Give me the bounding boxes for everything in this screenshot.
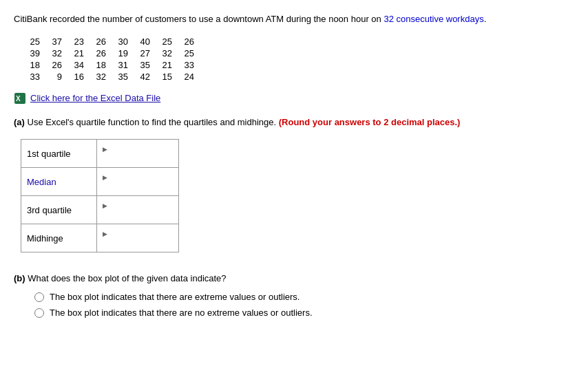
data-cell-r0-c7: 26 (175, 36, 197, 47)
data-cell-r1-c3: 26 (87, 47, 109, 59)
radio-input-1[interactable] (34, 308, 44, 318)
data-cell-r3-c2: 16 (65, 71, 87, 83)
data-cell-r2-c2: 34 (65, 59, 87, 71)
quartile-value-input-1[interactable] (103, 182, 173, 192)
data-cell-r2-c4: 31 (109, 59, 131, 71)
part-a-letter: (a) (14, 117, 25, 127)
table-row: 1st quartile▶ (21, 140, 179, 168)
data-cell-r0-c1: 37 (43, 36, 65, 47)
data-cell-r3-c4: 35 (109, 71, 131, 83)
data-cell-r2-c7: 33 (175, 59, 197, 71)
quartile-value-input-0[interactable] (103, 153, 173, 164)
part-a-label: (a) Use Excel's quartile function to fin… (14, 116, 574, 130)
quartile-input-2[interactable]: ▶ (96, 196, 178, 224)
radio-label-0: The box plot indicates that there are ex… (50, 292, 300, 302)
data-cell-r2-c1: 26 (43, 59, 65, 71)
data-cell-r3-c3: 32 (87, 71, 109, 83)
part-b-text: What does the box plot of the given data… (25, 273, 227, 283)
quartile-label-0: 1st quartile (21, 140, 97, 168)
radio-blue-text-0: extreme values or outliers (195, 292, 297, 302)
data-cell-r3-c6: 15 (153, 71, 175, 83)
data-cell-r2-c3: 18 (87, 59, 109, 71)
data-cell-r1-c5: 27 (131, 47, 153, 59)
intro-text-before: CitiBank recorded the number of customer… (14, 14, 384, 24)
part-b-label: (b) What does the box plot of the given … (14, 273, 574, 283)
data-cell-r1-c4: 19 (109, 47, 131, 59)
part-a-bold-red: (Round your answers to 2 decimal places.… (279, 117, 461, 127)
quartile-label-1: Median (21, 168, 97, 196)
quartile-value-input-2[interactable] (103, 210, 173, 220)
radio-blue-text-1: extreme values or outliers (207, 308, 310, 318)
data-cell-r2-c6: 21 (153, 59, 175, 71)
data-cell-r0-c3: 26 (87, 36, 109, 47)
excel-icon: X (14, 92, 26, 105)
quartile-label-2: 3rd quartile (21, 196, 97, 224)
data-cell-r2-c5: 35 (131, 59, 153, 71)
data-cell-r1-c6: 32 (153, 47, 175, 59)
table-row: Midhinge▶ (21, 224, 179, 252)
quartile-input-1[interactable]: ▶ (96, 168, 178, 196)
data-cell-r2-c0: 18 (21, 59, 43, 71)
radio-option-0[interactable]: The box plot indicates that there are ex… (34, 292, 574, 302)
data-cell-r0-c5: 40 (131, 36, 153, 47)
part-b-letter: (b) (14, 273, 25, 283)
quartile-label-3: Midhinge (21, 224, 97, 252)
quartile-table: 1st quartile▶Median▶3rd quartile▶Midhing… (21, 139, 179, 252)
svg-text:X: X (16, 95, 21, 103)
data-cell-r3-c0: 33 (21, 71, 43, 83)
data-cell-r1-c7: 25 (175, 47, 197, 59)
data-cell-r3-c5: 42 (131, 71, 153, 83)
excel-link[interactable]: X Click here for the Excel Data File (14, 92, 574, 105)
data-cell-r1-c2: 21 (65, 47, 87, 59)
intro-text-after: . (484, 14, 487, 24)
radio-option-1[interactable]: The box plot indicates that there are no… (34, 308, 574, 318)
radio-input-0[interactable] (34, 292, 44, 302)
table-row: 3rd quartile▶ (21, 196, 179, 224)
excel-link-label: Click here for the Excel Data File (30, 93, 160, 103)
quartile-input-3[interactable]: ▶ (96, 224, 178, 252)
data-cell-r0-c6: 25 (153, 36, 175, 47)
data-cell-r3-c7: 24 (175, 71, 197, 83)
intro-highlight: 32 consecutive workdays (384, 14, 483, 24)
data-cell-r0-c4: 30 (109, 36, 131, 47)
data-cell-r3-c1: 9 (43, 71, 65, 83)
quartile-value-input-3[interactable] (103, 238, 173, 248)
radio-label-1: The box plot indicates that there are no… (50, 308, 313, 318)
radio-options-container: The box plot indicates that there are ex… (14, 292, 574, 318)
data-cell-r1-c0: 39 (21, 47, 43, 59)
data-cell-r1-c1: 32 (43, 47, 65, 59)
part-a-text: Use Excel's quartile function to find th… (25, 117, 279, 127)
data-cell-r0-c2: 23 (65, 36, 87, 47)
quartile-input-0[interactable]: ▶ (96, 140, 178, 168)
table-row: Median▶ (21, 168, 179, 196)
data-grid: 2537232630402526393221261927322518263418… (21, 36, 574, 83)
intro-paragraph: CitiBank recorded the number of customer… (14, 12, 574, 26)
data-cell-r0-c0: 25 (21, 36, 43, 47)
